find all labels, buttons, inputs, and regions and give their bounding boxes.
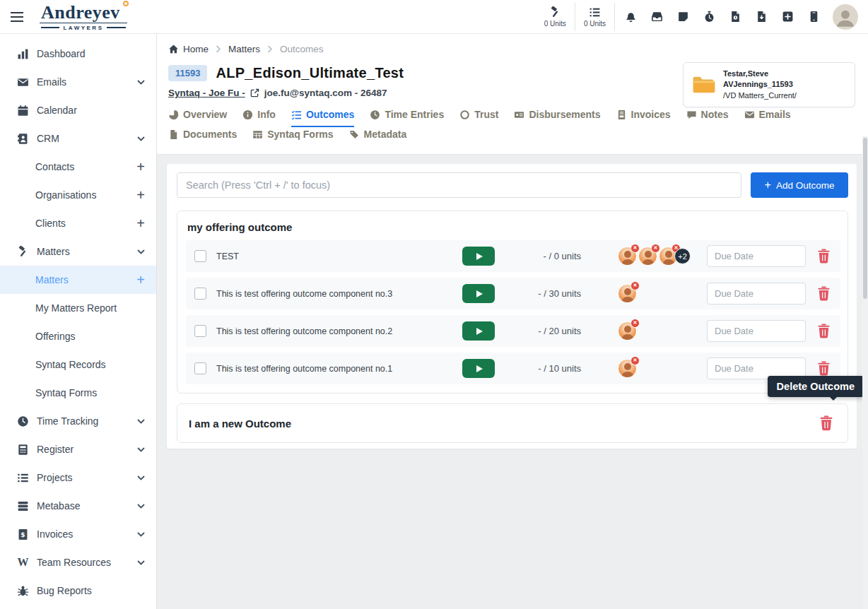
- row-checkbox[interactable]: [194, 362, 206, 374]
- remove-assignee-icon[interactable]: ✕: [631, 319, 640, 328]
- start-timer-button[interactable]: [462, 284, 495, 303]
- queue-units[interactable]: 0 Units: [575, 6, 614, 28]
- sidebar-item-matters[interactable]: Matters +: [0, 266, 156, 294]
- contact-link[interactable]: Syntaq - Joe Fu -: [168, 88, 245, 98]
- tab-time-entries[interactable]: Time Entries: [370, 109, 444, 127]
- add-square-icon[interactable]: [782, 11, 794, 23]
- assignee-avatar[interactable]: ✕: [618, 284, 637, 303]
- sidebar-item-team-resources[interactable]: W Team Resources: [0, 548, 156, 577]
- outcome-label: This is test offering outcome component …: [216, 289, 462, 299]
- more-assignees-badge[interactable]: +2: [674, 248, 691, 264]
- tab-invoices[interactable]: Invoices: [616, 109, 671, 127]
- assignee-avatar[interactable]: ✕: [618, 321, 637, 341]
- tab-info[interactable]: Info: [242, 109, 276, 127]
- user-avatar[interactable]: [833, 4, 858, 30]
- assignee-avatar[interactable]: ✕: [618, 247, 637, 266]
- matter-tabs: Overview Info Outcomes Time Entries Trus…: [168, 109, 855, 127]
- tab-metadata[interactable]: Metadata: [349, 129, 407, 147]
- sidebar-item-dashboard[interactable]: Dashboard: [0, 40, 156, 68]
- bell-icon[interactable]: [625, 11, 637, 23]
- sidebar-item-label: CRM: [37, 133, 59, 144]
- tab-disbursements[interactable]: Disbursements: [514, 109, 600, 127]
- add-icon[interactable]: +: [136, 273, 145, 287]
- remove-assignee-icon[interactable]: ✕: [631, 356, 640, 365]
- tab-notes[interactable]: Notes: [686, 109, 729, 127]
- start-timer-button[interactable]: [462, 321, 495, 341]
- add-icon[interactable]: +: [136, 216, 145, 230]
- sidebar-item-projects[interactable]: Projects: [0, 463, 156, 492]
- sidebar-item-label: Matters: [35, 274, 69, 285]
- delete-component-button[interactable]: [817, 361, 831, 376]
- comment-icon: [686, 110, 697, 120]
- sidebar-item-clients[interactable]: Clients +: [0, 209, 156, 237]
- sidebar-item-emails[interactable]: Emails: [0, 68, 156, 96]
- remove-assignee-icon[interactable]: ✕: [651, 244, 660, 253]
- breadcrumb-matters[interactable]: Matters: [228, 44, 260, 54]
- sidebar-item-syntaq-records[interactable]: Syntaq Records: [0, 350, 156, 379]
- tab-emails[interactable]: Emails: [744, 109, 791, 127]
- vertical-scrollbar[interactable]: [862, 136, 868, 609]
- mobile-contact-icon[interactable]: [808, 11, 820, 23]
- scrollbar-thumb[interactable]: [863, 138, 867, 299]
- sidebar-item-matters-parent[interactable]: Matters: [0, 237, 156, 266]
- assignee-avatar[interactable]: ✕: [618, 359, 637, 378]
- sidebar-item-register[interactable]: Register: [0, 435, 156, 463]
- sidebar-item-metabase[interactable]: Metabase: [0, 492, 156, 520]
- matter-timer-units[interactable]: 0 Units: [536, 6, 575, 28]
- tab-documents[interactable]: Documents: [168, 129, 237, 147]
- document-folder-card[interactable]: Testar,Steve AVJennings_11593 /VD Matter…: [683, 62, 855, 107]
- file-clock-icon[interactable]: [729, 11, 741, 23]
- tab-trust[interactable]: Trust: [459, 109, 498, 127]
- row-checkbox[interactable]: [194, 250, 206, 262]
- play-icon: [476, 290, 483, 297]
- start-timer-button[interactable]: [462, 359, 495, 378]
- due-date-input[interactable]: [707, 283, 806, 304]
- row-checkbox[interactable]: [194, 325, 206, 337]
- add-icon[interactable]: +: [136, 160, 145, 174]
- trash-icon: [819, 415, 833, 431]
- dollar-file-icon: $: [17, 528, 29, 540]
- sidebar-item-syntaq-forms[interactable]: Syntaq Forms: [0, 379, 156, 407]
- remove-assignee-icon[interactable]: ✕: [631, 281, 640, 290]
- delete-component-button[interactable]: [817, 249, 831, 264]
- sticky-note-icon[interactable]: [677, 11, 689, 23]
- tab-outcomes[interactable]: Outcomes: [291, 109, 354, 127]
- due-date-input[interactable]: [707, 245, 806, 267]
- row-checkbox[interactable]: [194, 288, 206, 300]
- breadcrumb-home[interactable]: Home: [168, 44, 209, 54]
- external-link-icon[interactable]: [250, 88, 259, 97]
- sidebar-item-bug-reports[interactable]: Bug Reports: [0, 577, 156, 605]
- sidebar-item-crm[interactable]: CRM: [0, 124, 156, 153]
- sidebar-item-invoices[interactable]: $ Invoices: [0, 520, 156, 548]
- stopwatch-icon[interactable]: [703, 11, 715, 23]
- sidebar-item-label: Emails: [37, 76, 66, 88]
- sidebar-item-organisations[interactable]: Organisations +: [0, 181, 156, 209]
- logo-ring-icon: [123, 1, 129, 6]
- inbox-icon[interactable]: [651, 11, 663, 23]
- sidebar-item-time-tracking[interactable]: Time Tracking: [0, 407, 156, 435]
- due-date-input[interactable]: [707, 320, 806, 342]
- sidebar-item-contacts[interactable]: Contacts +: [0, 153, 156, 181]
- menu-icon[interactable]: [0, 12, 34, 22]
- assignee-avatars: ✕: [601, 284, 707, 303]
- delete-outcome-button[interactable]: [819, 415, 833, 431]
- sidebar-item-offerings[interactable]: Offerings: [0, 322, 156, 350]
- delete-component-button[interactable]: [817, 286, 831, 301]
- outcome-row: This is test offering outcome component …: [186, 353, 840, 384]
- add-outcome-button[interactable]: + Add Outcome: [751, 172, 848, 198]
- remove-assignee-icon[interactable]: ✕: [631, 244, 640, 253]
- outcome-group: I am a new Outcome: [177, 403, 848, 443]
- delete-component-button[interactable]: [817, 324, 831, 338]
- app-logo[interactable]: Andreyev LAWYERS: [40, 3, 127, 31]
- tab-overview[interactable]: Overview: [168, 109, 227, 127]
- start-timer-button[interactable]: [462, 247, 495, 266]
- info-icon: [242, 110, 253, 120]
- search-input[interactable]: [177, 172, 741, 198]
- tab-syntaq-forms[interactable]: Syntaq Forms: [252, 129, 333, 147]
- assignee-avatar[interactable]: ✕: [638, 247, 657, 266]
- sidebar-item-my-matters-report[interactable]: My Matters Report: [0, 294, 156, 322]
- file-download-icon[interactable]: [756, 11, 768, 23]
- sidebar-item-calendar[interactable]: Calendar: [0, 96, 156, 124]
- outcome-label: TEST: [216, 252, 462, 261]
- add-icon[interactable]: +: [136, 188, 145, 202]
